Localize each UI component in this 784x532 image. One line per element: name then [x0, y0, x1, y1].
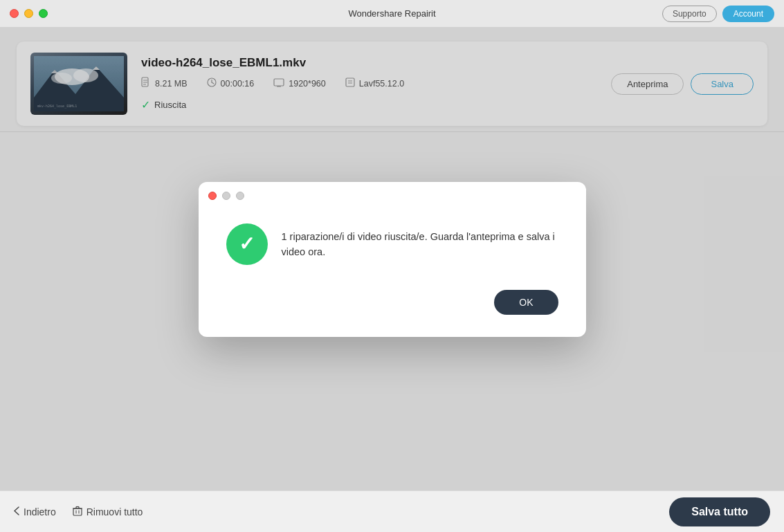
- account-button[interactable]: Account: [722, 6, 774, 22]
- success-icon-circle: ✓: [226, 223, 268, 265]
- modal-overlay: ✓ 1 riparazione/i di video riuscita/e. G…: [0, 28, 784, 490]
- trash-icon: [73, 506, 82, 518]
- maximize-dot[interactable]: [39, 9, 48, 18]
- app-title: Wondershare Repairit: [348, 8, 435, 19]
- close-dot[interactable]: [10, 9, 19, 18]
- checkmark-icon: ✓: [239, 232, 255, 255]
- bottombar: Indietro Rimuovi tutto Salva tutto: [0, 490, 784, 532]
- titlebar: Wondershare Repairit Supporto Account: [0, 0, 784, 28]
- indietro-label: Indietro: [24, 506, 56, 517]
- chevron-left-icon: [14, 506, 19, 517]
- window-controls: [10, 9, 48, 18]
- modal-maximize-dot[interactable]: [236, 192, 244, 200]
- ok-button[interactable]: OK: [494, 290, 558, 315]
- modal-close-dot[interactable]: [208, 192, 217, 200]
- minimize-dot[interactable]: [24, 9, 33, 18]
- modal-message: 1 riparazione/i di video riuscita/e. Gua…: [282, 223, 558, 260]
- main-content: mkv-h264_lose_EBML1 video-h264_lose_EBML…: [0, 28, 784, 490]
- modal-footer: OK: [226, 290, 558, 315]
- modal-dialog: ✓ 1 riparazione/i di video riuscita/e. G…: [199, 182, 586, 337]
- bottom-left-actions: Indietro Rimuovi tutto: [14, 506, 143, 518]
- salva-tutto-button[interactable]: Salva tutto: [669, 497, 770, 526]
- supporto-button[interactable]: Supporto: [662, 6, 717, 22]
- indietro-button[interactable]: Indietro: [14, 506, 56, 517]
- rimuovi-button[interactable]: Rimuovi tutto: [73, 506, 143, 518]
- modal-window-controls: [208, 192, 244, 200]
- rimuovi-label: Rimuovi tutto: [86, 506, 143, 517]
- svg-rect-21: [73, 508, 82, 515]
- modal-body: ✓ 1 riparazione/i di video riuscita/e. G…: [226, 223, 558, 265]
- titlebar-actions: Supporto Account: [662, 6, 774, 22]
- modal-minimize-dot[interactable]: [222, 192, 230, 200]
